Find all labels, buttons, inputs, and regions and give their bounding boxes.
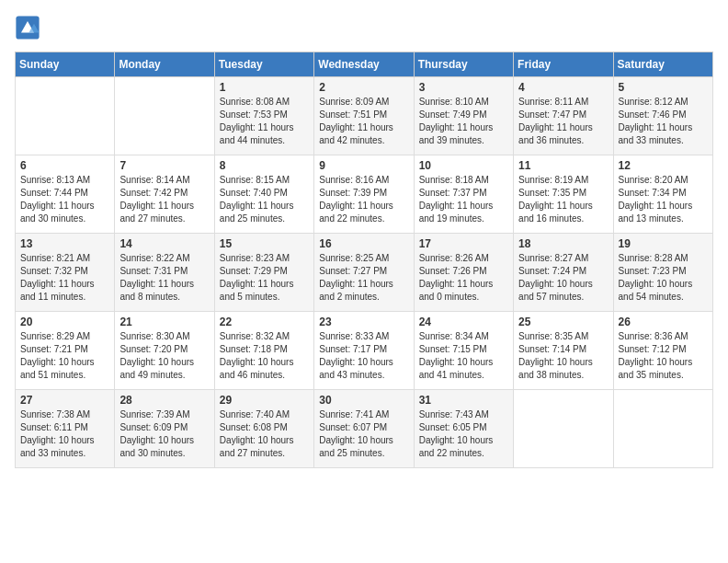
cell-content: Sunrise: 7:40 AM Sunset: 6:08 PM Dayligh… <box>220 408 309 460</box>
cell-content: Sunrise: 7:38 AM Sunset: 6:11 PM Dayligh… <box>20 408 109 460</box>
cell-content: Sunrise: 7:41 AM Sunset: 6:07 PM Dayligh… <box>319 408 408 460</box>
calendar-cell <box>613 390 712 468</box>
day-number: 4 <box>518 81 608 94</box>
calendar-cell: 2Sunrise: 8:09 AM Sunset: 7:51 PM Daylig… <box>314 77 414 155</box>
day-number: 21 <box>119 316 209 328</box>
day-number: 15 <box>220 237 309 250</box>
calendar-cell: 9Sunrise: 8:16 AM Sunset: 7:39 PM Daylig… <box>314 155 414 234</box>
week-row-5: 27Sunrise: 7:38 AM Sunset: 6:11 PM Dayli… <box>16 390 713 468</box>
day-number: 25 <box>518 316 608 328</box>
day-number: 13 <box>20 237 109 250</box>
day-number: 11 <box>518 159 608 172</box>
calendar-cell: 24Sunrise: 8:34 AM Sunset: 7:15 PM Dayli… <box>414 312 513 390</box>
calendar-cell: 22Sunrise: 8:32 AM Sunset: 7:18 PM Dayli… <box>214 312 313 390</box>
day-number: 14 <box>119 237 209 250</box>
calendar-cell: 15Sunrise: 8:23 AM Sunset: 7:29 PM Dayli… <box>214 234 313 312</box>
calendar-cell: 12Sunrise: 8:20 AM Sunset: 7:34 PM Dayli… <box>613 155 712 234</box>
calendar-cell: 26Sunrise: 8:36 AM Sunset: 7:12 PM Dayli… <box>613 312 712 390</box>
col-header-tuesday: Tuesday <box>214 52 313 77</box>
day-number: 5 <box>619 81 708 94</box>
day-number: 24 <box>419 316 508 328</box>
calendar-cell: 16Sunrise: 8:25 AM Sunset: 7:27 PM Dayli… <box>314 234 414 312</box>
col-header-sunday: Sunday <box>16 52 115 77</box>
calendar-cell: 17Sunrise: 8:26 AM Sunset: 7:26 PM Dayli… <box>414 234 513 312</box>
cell-content: Sunrise: 7:39 AM Sunset: 6:09 PM Dayligh… <box>119 408 209 460</box>
calendar-cell: 25Sunrise: 8:35 AM Sunset: 7:14 PM Dayli… <box>514 312 613 390</box>
col-header-saturday: Saturday <box>613 52 712 77</box>
day-number: 7 <box>119 159 209 172</box>
day-number: 23 <box>319 316 408 328</box>
cell-content: Sunrise: 8:29 AM Sunset: 7:21 PM Dayligh… <box>20 330 109 382</box>
page-header <box>15 15 713 40</box>
day-number: 17 <box>419 237 508 250</box>
day-number: 29 <box>220 394 309 407</box>
day-number: 22 <box>220 316 309 328</box>
day-number: 10 <box>419 159 508 172</box>
calendar-cell: 14Sunrise: 8:22 AM Sunset: 7:31 PM Dayli… <box>115 234 214 312</box>
cell-content: Sunrise: 8:11 AM Sunset: 7:47 PM Dayligh… <box>518 96 608 147</box>
day-number: 2 <box>319 81 408 94</box>
day-number: 30 <box>319 394 408 407</box>
day-number: 31 <box>419 394 508 407</box>
cell-content: Sunrise: 8:28 AM Sunset: 7:23 PM Dayligh… <box>619 252 708 304</box>
cell-content: Sunrise: 8:12 AM Sunset: 7:46 PM Dayligh… <box>619 96 708 147</box>
col-header-friday: Friday <box>514 52 613 77</box>
cell-content: Sunrise: 8:30 AM Sunset: 7:20 PM Dayligh… <box>119 330 209 382</box>
cell-content: Sunrise: 8:21 AM Sunset: 7:32 PM Dayligh… <box>20 252 109 304</box>
calendar-cell: 6Sunrise: 8:13 AM Sunset: 7:44 PM Daylig… <box>16 155 115 234</box>
cell-content: Sunrise: 8:33 AM Sunset: 7:17 PM Dayligh… <box>319 330 408 382</box>
calendar-cell: 19Sunrise: 8:28 AM Sunset: 7:23 PM Dayli… <box>613 234 712 312</box>
calendar-cell: 11Sunrise: 8:19 AM Sunset: 7:35 PM Dayli… <box>514 155 613 234</box>
header-row: SundayMondayTuesdayWednesdayThursdayFrid… <box>16 52 713 77</box>
cell-content: Sunrise: 8:08 AM Sunset: 7:53 PM Dayligh… <box>220 96 309 147</box>
calendar-cell <box>16 77 115 155</box>
cell-content: Sunrise: 8:10 AM Sunset: 7:49 PM Dayligh… <box>419 96 508 147</box>
calendar-cell <box>514 390 613 468</box>
calendar-cell: 8Sunrise: 8:15 AM Sunset: 7:40 PM Daylig… <box>214 155 313 234</box>
calendar-cell: 7Sunrise: 8:14 AM Sunset: 7:42 PM Daylig… <box>115 155 214 234</box>
day-number: 26 <box>619 316 708 328</box>
day-number: 28 <box>119 394 209 407</box>
cell-content: Sunrise: 8:22 AM Sunset: 7:31 PM Dayligh… <box>119 252 209 304</box>
col-header-thursday: Thursday <box>414 52 513 77</box>
calendar-cell: 10Sunrise: 8:18 AM Sunset: 7:37 PM Dayli… <box>414 155 513 234</box>
calendar-cell: 3Sunrise: 8:10 AM Sunset: 7:49 PM Daylig… <box>414 77 513 155</box>
col-header-wednesday: Wednesday <box>314 52 414 77</box>
calendar-table: SundayMondayTuesdayWednesdayThursdayFrid… <box>15 52 713 468</box>
logo <box>15 15 44 40</box>
calendar-cell: 31Sunrise: 7:43 AM Sunset: 6:05 PM Dayli… <box>414 390 513 468</box>
calendar-cell: 5Sunrise: 8:12 AM Sunset: 7:46 PM Daylig… <box>613 77 712 155</box>
week-row-2: 6Sunrise: 8:13 AM Sunset: 7:44 PM Daylig… <box>16 155 713 234</box>
day-number: 16 <box>319 237 408 250</box>
week-row-1: 1Sunrise: 8:08 AM Sunset: 7:53 PM Daylig… <box>16 77 713 155</box>
cell-content: Sunrise: 8:19 AM Sunset: 7:35 PM Dayligh… <box>518 174 608 225</box>
cell-content: Sunrise: 8:16 AM Sunset: 7:39 PM Dayligh… <box>319 174 408 225</box>
day-number: 8 <box>220 159 309 172</box>
cell-content: Sunrise: 8:34 AM Sunset: 7:15 PM Dayligh… <box>419 330 508 382</box>
calendar-cell: 30Sunrise: 7:41 AM Sunset: 6:07 PM Dayli… <box>314 390 414 468</box>
cell-content: Sunrise: 8:27 AM Sunset: 7:24 PM Dayligh… <box>518 252 608 304</box>
cell-content: Sunrise: 8:13 AM Sunset: 7:44 PM Dayligh… <box>20 174 109 225</box>
cell-content: Sunrise: 8:26 AM Sunset: 7:26 PM Dayligh… <box>419 252 508 304</box>
logo-icon <box>15 15 40 40</box>
day-number: 19 <box>619 237 708 250</box>
cell-content: Sunrise: 8:09 AM Sunset: 7:51 PM Dayligh… <box>319 96 408 147</box>
day-number: 9 <box>319 159 408 172</box>
cell-content: Sunrise: 8:20 AM Sunset: 7:34 PM Dayligh… <box>619 174 708 225</box>
day-number: 20 <box>20 316 109 328</box>
calendar-cell: 4Sunrise: 8:11 AM Sunset: 7:47 PM Daylig… <box>514 77 613 155</box>
calendar-cell: 27Sunrise: 7:38 AM Sunset: 6:11 PM Dayli… <box>16 390 115 468</box>
calendar-cell: 23Sunrise: 8:33 AM Sunset: 7:17 PM Dayli… <box>314 312 414 390</box>
cell-content: Sunrise: 8:25 AM Sunset: 7:27 PM Dayligh… <box>319 252 408 304</box>
calendar-cell: 28Sunrise: 7:39 AM Sunset: 6:09 PM Dayli… <box>115 390 214 468</box>
calendar-cell: 21Sunrise: 8:30 AM Sunset: 7:20 PM Dayli… <box>115 312 214 390</box>
calendar-cell: 1Sunrise: 8:08 AM Sunset: 7:53 PM Daylig… <box>214 77 313 155</box>
calendar-cell <box>115 77 214 155</box>
calendar-cell: 29Sunrise: 7:40 AM Sunset: 6:08 PM Dayli… <box>214 390 313 468</box>
cell-content: Sunrise: 8:18 AM Sunset: 7:37 PM Dayligh… <box>419 174 508 225</box>
cell-content: Sunrise: 8:14 AM Sunset: 7:42 PM Dayligh… <box>119 174 209 225</box>
day-number: 27 <box>20 394 109 407</box>
cell-content: Sunrise: 8:32 AM Sunset: 7:18 PM Dayligh… <box>220 330 309 382</box>
day-number: 3 <box>419 81 508 94</box>
cell-content: Sunrise: 8:15 AM Sunset: 7:40 PM Dayligh… <box>220 174 309 225</box>
